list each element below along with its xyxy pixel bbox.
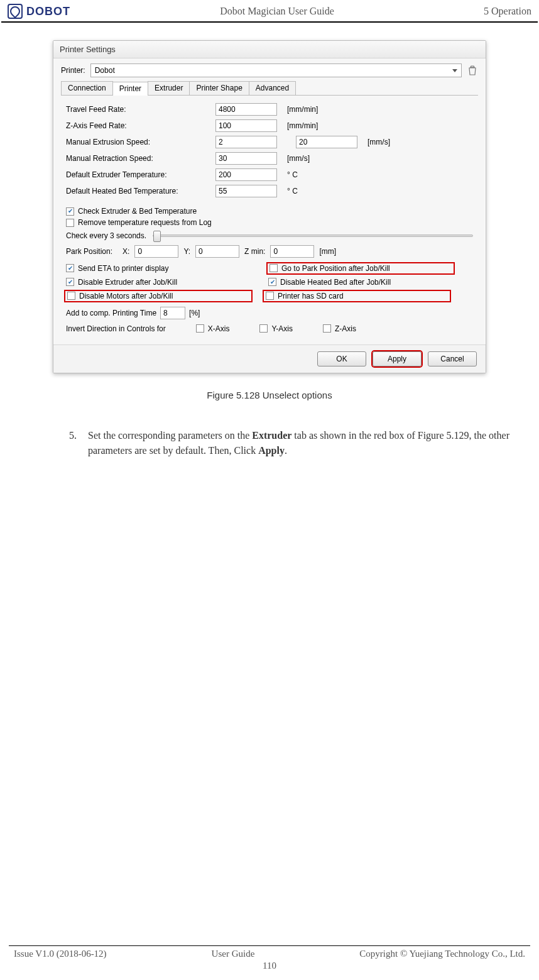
checkbox-icon xyxy=(66,219,74,227)
park-x-input[interactable]: 0 xyxy=(134,245,178,258)
bold-apply: Apply xyxy=(258,445,285,456)
park-y-label: Y: xyxy=(183,247,190,256)
add-comp-unit: [%] xyxy=(189,309,200,317)
invert-label: Invert Direction in Controls for xyxy=(66,324,166,333)
park-unit: [mm] xyxy=(319,247,336,256)
text-fragment: . xyxy=(285,445,287,456)
page-header: DOBOT Dobot Magician User Guide 5 Operat… xyxy=(1,0,538,23)
footer-copyright: Copyright © Yuejiang Technology Co., Ltd… xyxy=(359,949,525,959)
checkbox-icon xyxy=(268,278,276,286)
check-label: Disable Heated Bed after Job/Kill xyxy=(280,278,391,287)
row-def-bed-temp: Default Heated Bed Temperature: 55 ° C xyxy=(66,185,473,197)
axis-y-label: Y-Axis xyxy=(271,324,293,333)
check-every-label: Check every 3 seconds. xyxy=(66,231,146,240)
axis-z-label: Z-Axis xyxy=(335,324,356,333)
trash-icon[interactable] xyxy=(467,65,478,76)
check-send-eta[interactable]: Send ETA to printer display xyxy=(66,263,254,274)
check-invert-z[interactable]: Z-Axis xyxy=(323,324,356,333)
tab-bar: Connection Printer Extruder Printer Shap… xyxy=(61,81,478,96)
checkbox-icon xyxy=(66,264,74,272)
input-def-bed-temp[interactable]: 55 xyxy=(215,185,277,197)
printer-label: Printer: xyxy=(61,66,85,75)
check-label: Disable Extruder after Job/Kill xyxy=(78,278,177,287)
add-comp-label: Add to comp. Printing Time xyxy=(66,309,156,317)
label-def-bed-temp: Default Heated Bed Temperature: xyxy=(66,187,212,195)
tab-extruder[interactable]: Extruder xyxy=(148,81,190,95)
checkbox-icon xyxy=(66,207,74,216)
page-footer: Issue V1.0 (2018-06-12) User Guide Copyr… xyxy=(0,945,539,971)
unit-man-ret: [mm/s] xyxy=(287,154,310,163)
footer-row: Issue V1.0 (2018-06-12) User Guide Copyr… xyxy=(8,949,531,959)
park-position-row: Park Position: X: 0 Y: 0 Z min: 0 [mm] xyxy=(66,245,473,258)
park-label: Park Position: xyxy=(66,247,112,256)
text-fragment: Set the corresponding parameters on the xyxy=(88,430,252,441)
option-grid: Send ETA to printer display Go to Park P… xyxy=(66,263,473,302)
footer-issue: Issue V1.0 (2018-06-12) xyxy=(14,949,107,959)
add-comp-row: Add to comp. Printing Time 8 [%] xyxy=(66,307,473,319)
tab-advanced[interactable]: Advanced xyxy=(249,81,296,95)
input-man-ext-1[interactable]: 2 xyxy=(215,136,277,148)
check-every-row: Check every 3 seconds. xyxy=(66,231,473,240)
figure-caption: Figure 5.128 Unselect options xyxy=(53,390,486,400)
checkbox-icon xyxy=(67,292,75,300)
check-invert-x[interactable]: X-Axis xyxy=(196,324,230,333)
input-z-feed[interactable]: 100 xyxy=(215,119,277,132)
check-invert-y[interactable]: Y-Axis xyxy=(259,324,293,333)
form-grid: Travel Feed Rate: 4800 [mm/min] Z-Axis F… xyxy=(61,101,478,333)
dialog-body: Printer: Dobot Connection Printer Extrud… xyxy=(53,58,486,344)
add-comp-input[interactable]: 8 xyxy=(160,307,185,319)
tab-connection[interactable]: Connection xyxy=(61,81,113,95)
dialog-title: Printer Settings xyxy=(53,41,486,58)
input-man-ext-2[interactable]: 20 xyxy=(296,136,357,148)
checkbox-icon xyxy=(270,264,278,272)
printer-row: Printer: Dobot xyxy=(61,63,478,77)
row-man-ext: Manual Extrusion Speed: 2 20 [mm/s] xyxy=(66,136,473,148)
doc-title: Dobot Magician User Guide xyxy=(220,6,334,17)
label-man-ext: Manual Extrusion Speed: xyxy=(66,138,212,146)
printer-settings-dialog: Printer Settings Printer: Dobot Connecti… xyxy=(53,40,486,373)
park-x-label: X: xyxy=(122,247,129,256)
check-has-sd[interactable]: Printer has SD card xyxy=(263,290,451,302)
apply-button[interactable]: Apply xyxy=(373,351,422,366)
slider-thumb-icon[interactable] xyxy=(153,231,161,242)
check-disable-extruder[interactable]: Disable Extruder after Job/Kill xyxy=(66,278,254,287)
dialog-button-bar: OK Apply Cancel xyxy=(53,344,486,373)
park-y-input[interactable]: 0 xyxy=(195,245,239,258)
unit-def-bed-temp: ° C xyxy=(287,187,298,195)
input-def-ext-temp[interactable]: 200 xyxy=(215,168,277,181)
check-label: Check Extruder & Bed Temperature xyxy=(78,207,197,216)
check-goto-park[interactable]: Go to Park Position after Job/Kill xyxy=(266,262,455,275)
cancel-button[interactable]: Cancel xyxy=(428,351,477,366)
ok-button[interactable]: OK xyxy=(317,351,366,366)
printer-select[interactable]: Dobot xyxy=(90,63,462,77)
check-remove-temp-log[interactable]: Remove temperature requests from Log xyxy=(66,218,212,227)
screenshot-figure: Printer Settings Printer: Dobot Connecti… xyxy=(53,40,486,400)
check-interval-slider[interactable] xyxy=(153,234,473,237)
tab-printer-shape[interactable]: Printer Shape xyxy=(189,81,249,95)
row-man-ret: Manual Retraction Speed: 30 [mm/s] xyxy=(66,152,473,165)
logo-text: DOBOT xyxy=(26,5,70,18)
check-extruder-bed-temp[interactable]: Check Extruder & Bed Temperature xyxy=(66,207,197,216)
row-travel-feed: Travel Feed Rate: 4800 [mm/min] xyxy=(66,103,473,116)
tab-printer[interactable]: Printer xyxy=(112,82,148,96)
footer-center: User Guide xyxy=(212,949,255,959)
unit-man-ext: [mm/s] xyxy=(368,138,390,146)
unit-def-ext-temp: ° C xyxy=(287,170,298,179)
step-5-paragraph: 5. Set the corresponding parameters on t… xyxy=(69,428,530,460)
park-z-input[interactable]: 0 xyxy=(270,245,314,258)
dobot-logo-icon xyxy=(8,4,23,19)
step-5-text: Set the corresponding parameters on the … xyxy=(88,428,530,460)
check-label: Send ETA to printer display xyxy=(78,264,169,273)
check-label: Go to Park Position after Job/Kill xyxy=(281,264,390,273)
list-number: 5. xyxy=(69,428,82,460)
check-disable-bed[interactable]: Disable Heated Bed after Job/Kill xyxy=(268,278,457,287)
page: DOBOT Dobot Magician User Guide 5 Operat… xyxy=(0,0,539,980)
checkbox-icon xyxy=(196,324,204,333)
input-travel-feed[interactable]: 4800 xyxy=(215,103,277,116)
input-man-ret[interactable]: 30 xyxy=(215,152,277,165)
row-z-feed: Z-Axis Feed Rate: 100 [mm/min] xyxy=(66,119,473,132)
label-def-ext-temp: Default Extruder Temperature: xyxy=(66,170,212,179)
chevron-down-icon xyxy=(452,69,457,72)
check-disable-motors[interactable]: Disable Motors after Job/Kill xyxy=(64,290,253,302)
label-man-ret: Manual Retraction Speed: xyxy=(66,154,212,163)
